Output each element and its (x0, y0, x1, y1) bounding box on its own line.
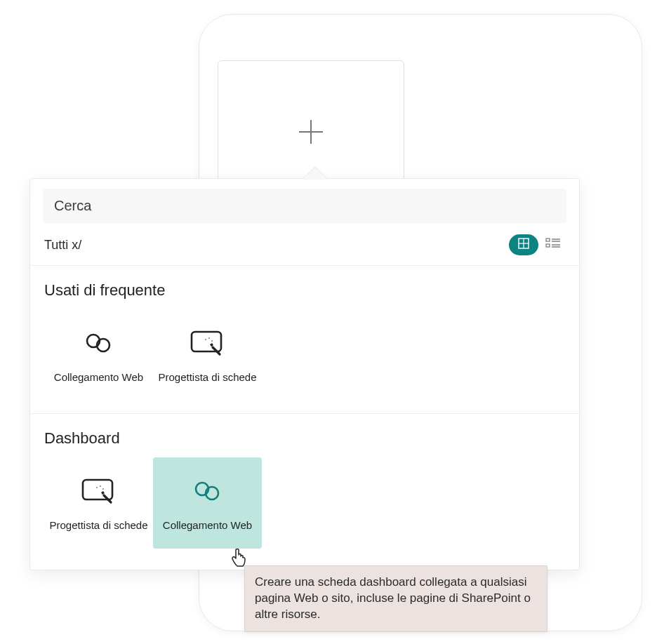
item-card-designer[interactable]: Progettista di schede (44, 457, 153, 549)
item-web-link[interactable]: Collegamento Web (44, 309, 153, 401)
list-view-button[interactable] (541, 234, 565, 255)
section-title-dashboard: Dashboard (44, 429, 565, 448)
svg-point-14 (205, 339, 206, 340)
link-icon (81, 328, 117, 358)
item-label: Collegamento Web (54, 371, 143, 383)
item-label: Collegamento Web (163, 519, 252, 531)
filter-dropdown[interactable]: Tutti x/ (44, 238, 81, 253)
view-toggle (509, 234, 565, 255)
card-picker-panel: Tutti x/ (29, 178, 580, 570)
svg-point-15 (208, 337, 210, 339)
svg-rect-5 (546, 239, 550, 241)
list-icon (545, 237, 561, 253)
search-field-wrap[interactable] (43, 189, 566, 223)
svg-rect-13 (192, 332, 221, 351)
plus-icon (296, 117, 326, 147)
svg-point-20 (102, 488, 104, 490)
grid-icon (517, 237, 530, 253)
link-icon (190, 476, 226, 507)
card-designer-icon (80, 476, 118, 507)
section-title-frequent: Usati di frequente (44, 281, 565, 300)
item-web-link-selected[interactable]: Collegamento Web (153, 457, 262, 549)
section-frequently-used: Usati di frequente Collegamento Web (30, 266, 579, 414)
item-label: Progettista di schede (49, 519, 147, 531)
svg-rect-17 (83, 480, 112, 499)
svg-rect-6 (546, 244, 550, 247)
item-card-designer[interactable]: Progettista di schede (153, 309, 262, 401)
item-label: Progettista di schede (158, 371, 256, 383)
section-dashboard: Dashboard Progettista di schede (30, 414, 579, 570)
item-tooltip: Creare una scheda dashboard collegata a … (244, 565, 548, 632)
svg-point-16 (211, 340, 213, 342)
svg-point-18 (96, 487, 98, 488)
svg-point-19 (100, 485, 101, 487)
card-designer-icon (189, 328, 227, 358)
grid-view-button[interactable] (509, 234, 538, 255)
search-input[interactable] (53, 197, 557, 215)
panel-caret (303, 167, 328, 180)
